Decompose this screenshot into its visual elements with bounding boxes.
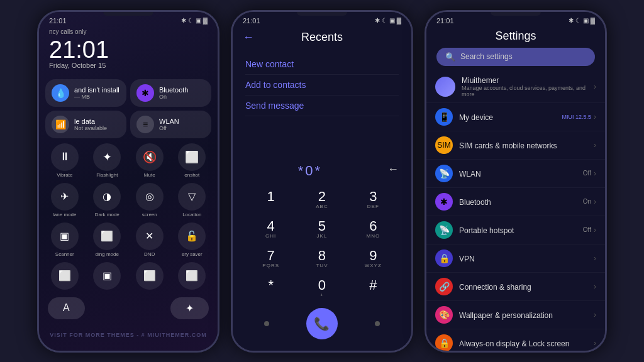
settings-item-wallpaper[interactable]: 🎨 Wallpaper & personalization ›	[426, 301, 605, 329]
settings-item-vpn[interactable]: 🔒 VPN ›	[426, 244, 605, 273]
settings-item-always-on[interactable]: 🔒 Always-on display & Lock screen ›	[426, 329, 605, 353]
key4-num: 4	[267, 219, 275, 233]
key3-num: 3	[369, 190, 377, 204]
key6-letters: MNO	[366, 233, 380, 239]
status-bar-1: 21:01 ✱ ☾ ▣ ▓	[39, 12, 218, 26]
back-button[interactable]: ←	[243, 31, 254, 44]
battery-saver-btn[interactable]: 🔓 ery saver	[173, 222, 212, 257]
key-1[interactable]: 1	[245, 185, 296, 214]
status-icons-1: ✱ ☾ ▣ ▓	[181, 17, 208, 24]
dnd-btn[interactable]: ✕ DND	[130, 222, 169, 257]
key-star[interactable]: *	[245, 273, 296, 303]
p1-card-water[interactable]: 💧 and isn't install — MB	[45, 79, 126, 107]
key-hash[interactable]: #	[348, 273, 399, 303]
keyhash-num: #	[369, 278, 377, 292]
key1-num: 1	[267, 190, 275, 204]
key-8[interactable]: 8 TUV	[296, 244, 347, 273]
search-bar[interactable]: 🔍 Search settings	[436, 48, 595, 66]
key-9[interactable]: 9 WXYZ	[348, 244, 399, 273]
dialer-display: *0*	[245, 156, 375, 182]
p1-card-bluetooth[interactable]: ✱ Bluetooth On	[130, 79, 211, 107]
extra-btn-4[interactable]: ⬜	[173, 262, 212, 290]
sim-name: SIM cards & mobile networks	[459, 141, 557, 150]
bluetooth-name: Bluetooth	[459, 198, 491, 207]
mobile-data-icon: 📶	[52, 116, 69, 133]
location-btn[interactable]: ▽ Location	[173, 183, 212, 217]
bluetooth-status: On	[583, 198, 591, 205]
dark-mode-btn[interactable]: ◑ Dark mode	[88, 183, 127, 217]
key-3[interactable]: 3 DEF	[348, 185, 399, 214]
card2-sub: On	[159, 94, 188, 100]
extra-btn-1[interactable]: ⬜	[45, 262, 84, 290]
screenshot-btn[interactable]: ⬜ enshot	[173, 143, 212, 178]
settings-item-bluetooth[interactable]: ✱ Bluetooth On ›	[426, 188, 605, 216]
hotspot-icon: 📡	[435, 221, 453, 239]
location-label: Location	[173, 212, 212, 217]
p1-grid4-buttons: ⬜ ▣ ⬜ ⬜	[39, 262, 218, 290]
extra-btn-2[interactable]: ▣	[88, 262, 127, 290]
call-button[interactable]: 📞	[306, 308, 338, 339]
card1-sub: — MB	[74, 94, 119, 100]
key-6[interactable]: 6 MNO	[348, 214, 399, 244]
bluetooth-chevron: ›	[594, 197, 596, 206]
sim-chevron: ›	[594, 141, 596, 150]
add-to-contacts-item[interactable]: Add to contacts	[245, 75, 399, 96]
search-icon: 🔍	[445, 52, 455, 62]
key5-num: 5	[318, 219, 326, 233]
key-0[interactable]: 0 +	[296, 273, 347, 303]
card3-label: le data	[74, 118, 107, 125]
brightness-btn[interactable]: ✦	[170, 297, 209, 319]
p1-date: Friday, October 15	[49, 62, 208, 69]
p3-header: Settings 🔍 Search settings	[426, 26, 605, 71]
backspace-icon[interactable]: ←	[387, 163, 399, 176]
wlan-status: Off	[583, 170, 591, 177]
settings-item-hotspot[interactable]: 📡 Portable hotspot Off ›	[426, 216, 605, 244]
p1-cards: 💧 and isn't install — MB ✱ Bluetooth On …	[39, 79, 218, 138]
key-7[interactable]: 7 PQRS	[245, 244, 296, 273]
plane-mode-btn[interactable]: ✈ lane mode	[45, 183, 84, 217]
wallpaper-chevron: ›	[594, 310, 596, 319]
extra-btn-3[interactable]: ⬜	[130, 262, 169, 290]
settings-item-connection[interactable]: 🔗 Connection & sharing ›	[426, 273, 605, 301]
watermark: VISIT FOR MORE THEMES - # MIUITHEMER.COM	[39, 332, 218, 338]
scanner-btn[interactable]: ▣ Scanner	[45, 222, 84, 257]
hotspot-name: Portable hotspot	[459, 226, 514, 235]
phone2-content: 21:01 ✱ ☾ ▣ ▓ ← Recents New contact Add …	[233, 12, 411, 351]
key8-num: 8	[318, 249, 326, 263]
settings-title: Settings	[436, 30, 595, 43]
font-btn[interactable]: A	[48, 297, 85, 319]
settings-item-sim[interactable]: SIM SIM cards & mobile networks ›	[426, 131, 605, 160]
key-4[interactable]: 4 GHI	[245, 214, 296, 244]
mute-btn[interactable]: 🔇 Mute	[130, 143, 169, 178]
key-5[interactable]: 5 JKL	[296, 214, 347, 244]
flashlight-label: Flashlight	[88, 172, 127, 178]
p1-top: ncy calls only 21:01 Friday, October 15	[39, 26, 218, 79]
my-device-name: My device	[459, 113, 493, 122]
status-time-1: 21:01	[49, 17, 67, 25]
key0-num: 0	[318, 278, 326, 292]
card1-label: and isn't install	[74, 86, 119, 94]
p1-card-wlan[interactable]: ≡ WLAN Off	[130, 111, 211, 138]
settings-item-wlan[interactable]: 📡 WLAN Off ›	[426, 160, 605, 188]
bluetooth-icon-card: ✱	[136, 84, 154, 102]
recents-title: Recents	[262, 31, 382, 44]
always-on-name: Always-on display & Lock screen	[459, 339, 569, 348]
new-contact-item[interactable]: New contact	[245, 54, 399, 75]
p2-dialer: *0* ← 1 2 ABC 3 DEF	[233, 121, 411, 351]
p1-grid3-buttons: ▣ Scanner ⬜ ding mode ✕ DND 🔓 ery saver	[39, 222, 218, 257]
p2-keypad: 1 2 ABC 3 DEF 4 GHI	[233, 185, 411, 303]
phone-3-settings: 21:01 ✱ ☾ ▣ ▓ Settings 🔍 Search settings	[425, 10, 607, 353]
wallpaper-name: Wallpaper & personalization	[459, 311, 553, 320]
always-on-icon: 🔒	[435, 334, 453, 352]
flashlight-btn[interactable]: ✦ Flashlight	[88, 143, 127, 178]
send-message-item[interactable]: Send message	[245, 96, 399, 116]
settings-item-my-device[interactable]: 📱 My device MIUI 12.5.5 ›	[426, 103, 605, 131]
wlan-name: WLAN	[459, 170, 481, 178]
settings-item-miuithemer[interactable]: Miuithemer Manage accounts, cloud servic…	[426, 71, 605, 103]
plane-label: lane mode	[45, 212, 84, 217]
screen-btn[interactable]: ◎ screen	[130, 183, 169, 217]
p1-card-mobile[interactable]: 📶 le data Not available	[45, 111, 126, 138]
vibrate-btn[interactable]: ⏸ Vibrate	[45, 143, 84, 178]
reading-mode-btn[interactable]: ⬜ ding mode	[88, 222, 127, 257]
key-2[interactable]: 2 ABC	[296, 185, 347, 214]
